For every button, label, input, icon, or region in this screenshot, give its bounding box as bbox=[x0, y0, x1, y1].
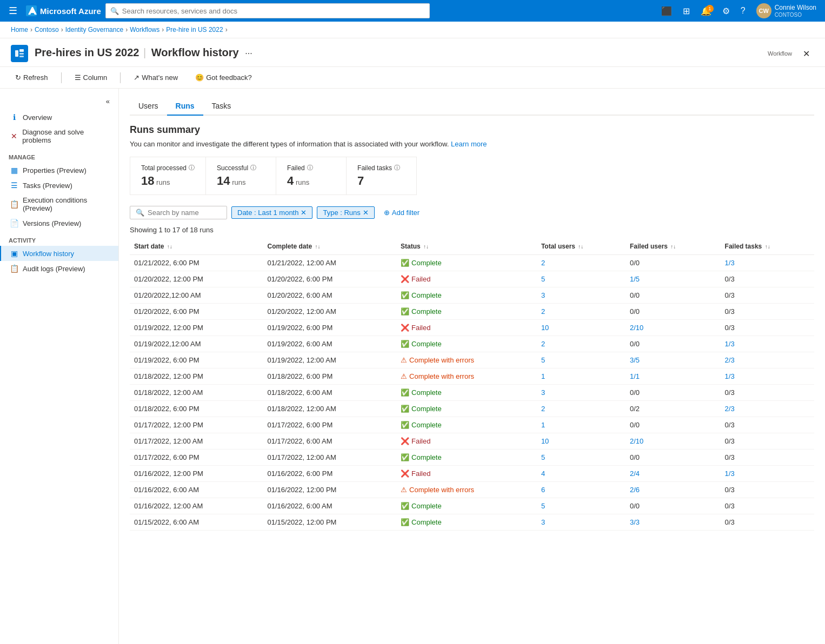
more-options-button[interactable]: ··· bbox=[241, 46, 256, 61]
search-by-name-input[interactable] bbox=[148, 209, 221, 217]
cloud-shell-icon[interactable]: ⬛ bbox=[657, 4, 676, 18]
search-filter[interactable]: 🔍 bbox=[130, 206, 227, 219]
whats-new-button[interactable]: ↗ What's new bbox=[129, 71, 182, 84]
total-users-link[interactable]: 5 bbox=[541, 275, 545, 283]
cell-failed-users[interactable]: 2/10 bbox=[626, 320, 721, 336]
refresh-button[interactable]: ↻ Refresh bbox=[11, 71, 52, 84]
global-search[interactable]: 🔍 bbox=[105, 3, 430, 18]
cell-total-users[interactable]: 10 bbox=[537, 433, 626, 450]
failed-tasks-link[interactable]: 1/3 bbox=[725, 372, 735, 380]
cell-total-users[interactable]: 5 bbox=[537, 450, 626, 466]
help-icon[interactable]: ? bbox=[736, 4, 750, 18]
sidebar-item-diagnose[interactable]: ✕ Diagnose and solve problems bbox=[0, 125, 118, 147]
failed-users-link[interactable]: 1/5 bbox=[630, 275, 640, 283]
total-users-link[interactable]: 2 bbox=[541, 259, 545, 267]
search-input[interactable] bbox=[122, 7, 425, 15]
close-button[interactable]: ✕ bbox=[799, 46, 814, 61]
cell-failed-tasks[interactable]: 1/3 bbox=[721, 255, 814, 271]
total-users-link[interactable]: 5 bbox=[541, 502, 545, 510]
total-users-link[interactable]: 6 bbox=[541, 486, 545, 494]
cell-total-users[interactable]: 4 bbox=[537, 466, 626, 482]
cell-failed-users[interactable]: 2/6 bbox=[626, 482, 721, 498]
failed-tasks-link[interactable]: 1/3 bbox=[725, 469, 735, 478]
cell-failed-tasks[interactable]: 2/3 bbox=[721, 401, 814, 417]
hamburger-menu[interactable]: ☰ bbox=[4, 3, 22, 19]
breadcrumb-contoso[interactable]: Contoso bbox=[35, 26, 59, 33]
column-button[interactable]: ☰ Column bbox=[70, 71, 112, 84]
sidebar-item-tasks[interactable]: ☰ Tasks (Preview) bbox=[0, 178, 118, 193]
cell-failed-users[interactable]: 1/5 bbox=[626, 271, 721, 287]
breadcrumb-prehire[interactable]: Pre-hire in US 2022 bbox=[166, 26, 223, 33]
cell-total-users[interactable]: 5 bbox=[537, 271, 626, 287]
total-users-link[interactable]: 2 bbox=[541, 340, 545, 348]
failed-users-link[interactable]: 2/4 bbox=[630, 469, 640, 478]
info-icon-failed-tasks[interactable]: ⓘ bbox=[394, 164, 400, 172]
collapse-button[interactable]: « bbox=[0, 93, 118, 110]
col-failed-users[interactable]: Failed users ↑↓ bbox=[626, 238, 721, 255]
tab-tasks[interactable]: Tasks bbox=[203, 97, 240, 116]
cell-total-users[interactable]: 10 bbox=[537, 320, 626, 336]
breadcrumb-workflows[interactable]: Workflows bbox=[130, 26, 159, 33]
failed-users-link[interactable]: 3/3 bbox=[630, 518, 640, 526]
user-profile[interactable]: CW Connie Wilson CONTOSO bbox=[752, 3, 821, 18]
learn-more-link[interactable]: Learn more bbox=[451, 140, 487, 148]
failed-users-link[interactable]: 3/5 bbox=[630, 356, 640, 364]
cell-failed-tasks[interactable]: 1/3 bbox=[721, 368, 814, 385]
cell-total-users[interactable]: 5 bbox=[537, 352, 626, 368]
failed-tasks-link[interactable]: 2/3 bbox=[725, 405, 735, 413]
col-total-users[interactable]: Total users ↑↓ bbox=[537, 238, 626, 255]
cell-total-users[interactable]: 6 bbox=[537, 482, 626, 498]
sidebar-item-workflow-history[interactable]: ▣ Workflow history bbox=[0, 246, 118, 261]
cell-failed-users[interactable]: 2/10 bbox=[626, 433, 721, 450]
total-users-link[interactable]: 2 bbox=[541, 405, 545, 413]
tab-users[interactable]: Users bbox=[130, 97, 167, 116]
date-filter-close[interactable]: ✕ bbox=[301, 209, 307, 217]
type-filter-close[interactable]: ✕ bbox=[363, 209, 369, 217]
cell-total-users[interactable]: 2 bbox=[537, 336, 626, 352]
cell-total-users[interactable]: 5 bbox=[537, 498, 626, 514]
notification-icon[interactable]: 🔔 1 bbox=[696, 4, 716, 18]
col-failed-tasks[interactable]: Failed tasks ↑↓ bbox=[721, 238, 814, 255]
sidebar-item-audit-logs[interactable]: 📋 Audit logs (Preview) bbox=[0, 261, 118, 276]
feedback-button[interactable]: 😊 Got feedback? bbox=[191, 71, 256, 84]
cell-total-users[interactable]: 1 bbox=[537, 417, 626, 433]
total-users-link[interactable]: 5 bbox=[541, 453, 545, 461]
failed-users-link[interactable]: 2/10 bbox=[630, 437, 643, 445]
cell-total-users[interactable]: 2 bbox=[537, 401, 626, 417]
total-users-link[interactable]: 10 bbox=[541, 324, 549, 332]
sidebar-item-properties[interactable]: ▦ Properties (Preview) bbox=[0, 163, 118, 178]
sidebar-item-execution[interactable]: 📋 Execution conditions (Preview) bbox=[0, 193, 118, 216]
col-start-date[interactable]: Start date ↑↓ bbox=[130, 238, 263, 255]
cell-failed-tasks[interactable]: 1/3 bbox=[721, 466, 814, 482]
total-users-link[interactable]: 3 bbox=[541, 291, 545, 299]
failed-users-link[interactable]: 1/1 bbox=[630, 372, 640, 380]
total-users-link[interactable]: 5 bbox=[541, 356, 545, 364]
total-users-link[interactable]: 1 bbox=[541, 421, 545, 429]
failed-users-link[interactable]: 2/6 bbox=[630, 486, 640, 494]
total-users-link[interactable]: 2 bbox=[541, 307, 545, 316]
info-icon-successful[interactable]: ⓘ bbox=[250, 164, 256, 172]
cell-total-users[interactable]: 3 bbox=[537, 287, 626, 304]
total-users-link[interactable]: 3 bbox=[541, 388, 545, 397]
cell-failed-tasks[interactable]: 1/3 bbox=[721, 336, 814, 352]
date-filter-tag[interactable]: Date : Last 1 month ✕ bbox=[231, 206, 312, 219]
cell-total-users[interactable]: 2 bbox=[537, 255, 626, 271]
total-users-link[interactable]: 4 bbox=[541, 469, 545, 478]
sidebar-item-versions[interactable]: 📄 Versions (Preview) bbox=[0, 216, 118, 231]
cell-failed-users[interactable]: 3/5 bbox=[626, 352, 721, 368]
cell-failed-users[interactable]: 2/4 bbox=[626, 466, 721, 482]
failed-tasks-link[interactable]: 2/3 bbox=[725, 356, 735, 364]
cell-failed-users[interactable]: 1/1 bbox=[626, 368, 721, 385]
cell-total-users[interactable]: 2 bbox=[537, 304, 626, 320]
type-filter-tag[interactable]: Type : Runs ✕ bbox=[317, 206, 374, 219]
col-status[interactable]: Status ↑↓ bbox=[396, 238, 537, 255]
failed-users-link[interactable]: 2/10 bbox=[630, 324, 643, 332]
add-filter-button[interactable]: ⊕ Add filter bbox=[379, 206, 424, 219]
failed-tasks-link[interactable]: 1/3 bbox=[725, 259, 735, 267]
cell-total-users[interactable]: 3 bbox=[537, 385, 626, 401]
cell-total-users[interactable]: 3 bbox=[537, 514, 626, 531]
total-users-link[interactable]: 10 bbox=[541, 437, 549, 445]
col-complete-date[interactable]: Complete date ↑↓ bbox=[263, 238, 397, 255]
info-icon-total[interactable]: ⓘ bbox=[189, 164, 195, 172]
total-users-link[interactable]: 3 bbox=[541, 518, 545, 526]
